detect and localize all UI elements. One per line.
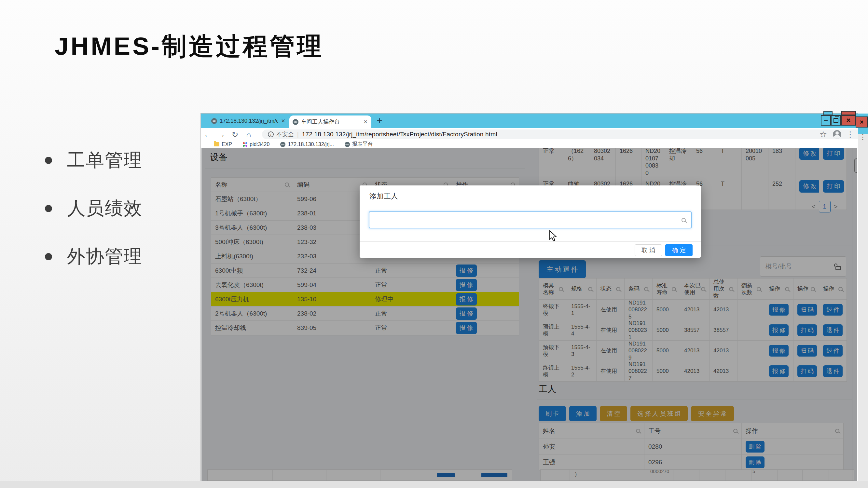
restore-icon: [834, 118, 838, 123]
bookmark-report-platform[interactable]: 报表平台: [342, 141, 373, 148]
url-text: 172.18.130.132/jrj_itm/reportsheet/TsxPr…: [302, 131, 497, 138]
globe-favicon: [292, 119, 299, 125]
home-icon[interactable]: ⌂: [242, 130, 255, 139]
close-tab-icon[interactable]: ×: [363, 118, 368, 126]
worker-search-input[interactable]: [369, 216, 682, 224]
bookmark-label: EXP: [222, 141, 232, 148]
tab-title: 172.18.130.132/jrj_itm/config…: [220, 118, 278, 124]
modal-title: 添加工人: [369, 191, 398, 201]
browser-toolbar: ← → ↻ ⌂ i 不安全 | 172.18.130.132/jrj_itm/r…: [201, 128, 858, 140]
outer-close-button[interactable]: ×: [856, 117, 868, 128]
outer-window-edge: [858, 134, 868, 481]
list-item: 人员绩效: [45, 196, 143, 221]
tab-factory-station[interactable]: 车间工人操作台 ×: [289, 116, 371, 128]
divider: |: [297, 131, 299, 138]
list-item: 工单管理: [45, 148, 143, 173]
globe-favicon: [211, 118, 217, 124]
browser-menu-icon[interactable]: ⋮: [846, 130, 854, 139]
back-icon[interactable]: ←: [201, 130, 215, 139]
divider: [360, 241, 701, 242]
list-item: 外协管理: [45, 244, 143, 269]
bullet-label: 外协管理: [67, 244, 143, 269]
close-window-button[interactable]: ×: [841, 115, 856, 126]
bookmark-exp[interactable]: EXP: [212, 141, 232, 148]
bookmark-ip[interactable]: 172.18.130.132/jrj...: [278, 141, 334, 148]
search-icon: [682, 218, 686, 222]
bullet-icon: [45, 205, 52, 212]
bookmark-label: 172.18.130.132/jrj...: [288, 141, 334, 148]
page-content: 设备 名称 编码 状态 操作 石墨站（6300t） 599-06: [202, 148, 857, 481]
bullet-label: 工单管理: [67, 148, 143, 173]
bookmark-label: 报表平台: [352, 141, 373, 148]
folder-icon: [214, 142, 219, 147]
globe-icon: [345, 142, 350, 147]
globe-icon: [280, 142, 285, 147]
close-tab-icon[interactable]: ×: [281, 117, 286, 125]
worker-search-field: [369, 212, 691, 228]
toolbar-right: ☆ ⋮: [819, 128, 858, 140]
security-label: 不安全: [276, 130, 294, 138]
new-tab-button[interactable]: +: [377, 115, 382, 126]
bookmark-star-icon[interactable]: ☆: [819, 129, 827, 139]
cancel-button[interactable]: 取消: [634, 244, 662, 256]
pid-icon: [243, 142, 247, 147]
tab-config[interactable]: 172.18.130.132/jrj_itm/config… ×: [208, 113, 289, 128]
bullet-label: 人员绩效: [67, 196, 143, 221]
bookmark-label: pid:3420: [250, 141, 270, 148]
tab-bar: 172.18.130.132/jrj_itm/config… × 车间工人操作台…: [201, 113, 858, 128]
mouse-cursor: [549, 230, 558, 242]
clipped-restore-button: [824, 111, 833, 115]
bullet-list: 工单管理 人员绩效 外协管理: [45, 148, 143, 292]
taskbar-strip: [0, 481, 868, 488]
confirm-button[interactable]: 确定: [665, 244, 692, 256]
bookmark-pid[interactable]: pid:3420: [241, 141, 270, 148]
info-icon[interactable]: i: [268, 131, 274, 137]
forward-icon[interactable]: →: [215, 130, 228, 139]
address-bar[interactable]: i 不安全 | 172.18.130.132/jrj_itm/reportshe…: [262, 129, 868, 139]
profile-avatar[interactable]: [833, 130, 841, 139]
bullet-icon: [45, 253, 52, 260]
bookmarks-bar: EXP pid:3420 172.18.130.132/jrj... 报表平台: [201, 140, 858, 148]
divider: [360, 204, 701, 204]
slide-canvas: JHMES-制造过程管理 工单管理 人员绩效 外协管理 172.18.130.1…: [0, 0, 868, 488]
clipped-close-button: [841, 111, 856, 115]
page-title: JHMES-制造过程管理: [55, 30, 324, 63]
minimize-button[interactable]: –: [821, 115, 831, 126]
tab-title: 车间工人操作台: [301, 118, 360, 126]
add-worker-modal: 添加工人 取消 确定: [360, 186, 701, 258]
restore-button[interactable]: [831, 115, 841, 126]
outer-menu-icon[interactable]: ⋮: [859, 133, 866, 141]
bullet-icon: [45, 157, 52, 164]
reload-icon[interactable]: ↻: [228, 130, 242, 139]
browser-window: 172.18.130.132/jrj_itm/config… × 车间工人操作台…: [201, 113, 858, 481]
